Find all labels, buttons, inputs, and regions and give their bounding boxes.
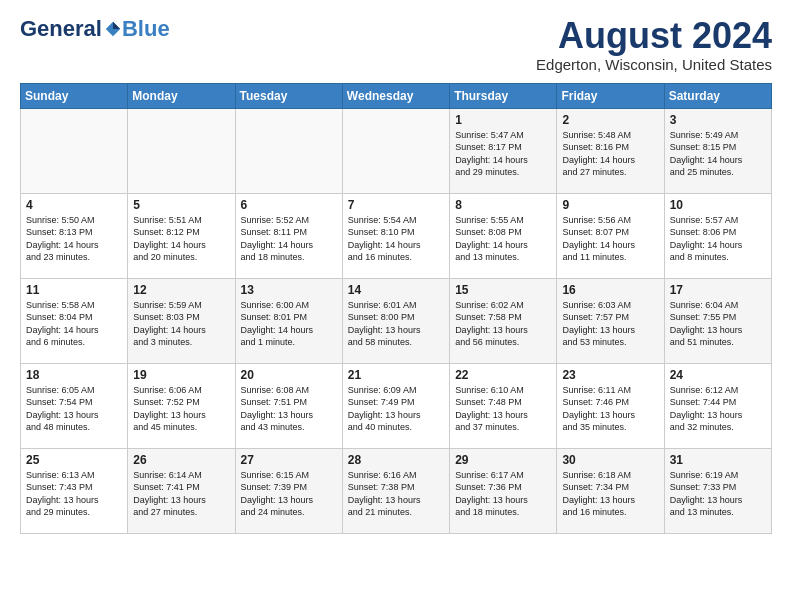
- day-info: Sunrise: 6:04 AM Sunset: 7:55 PM Dayligh…: [670, 299, 766, 349]
- calendar-cell: 19Sunrise: 6:06 AM Sunset: 7:52 PM Dayli…: [128, 363, 235, 448]
- calendar-cell: 26Sunrise: 6:14 AM Sunset: 7:41 PM Dayli…: [128, 448, 235, 533]
- calendar-cell: 18Sunrise: 6:05 AM Sunset: 7:54 PM Dayli…: [21, 363, 128, 448]
- day-info: Sunrise: 6:10 AM Sunset: 7:48 PM Dayligh…: [455, 384, 551, 434]
- day-info: Sunrise: 6:17 AM Sunset: 7:36 PM Dayligh…: [455, 469, 551, 519]
- calendar-cell: 3Sunrise: 5:49 AM Sunset: 8:15 PM Daylig…: [664, 108, 771, 193]
- day-info: Sunrise: 6:19 AM Sunset: 7:33 PM Dayligh…: [670, 469, 766, 519]
- calendar-week-row-4: 25Sunrise: 6:13 AM Sunset: 7:43 PM Dayli…: [21, 448, 772, 533]
- day-info: Sunrise: 6:11 AM Sunset: 7:46 PM Dayligh…: [562, 384, 658, 434]
- day-info: Sunrise: 5:52 AM Sunset: 8:11 PM Dayligh…: [241, 214, 337, 264]
- day-number: 6: [241, 198, 337, 212]
- calendar-cell: [21, 108, 128, 193]
- day-number: 12: [133, 283, 229, 297]
- calendar-cell: 7Sunrise: 5:54 AM Sunset: 8:10 PM Daylig…: [342, 193, 449, 278]
- day-number: 9: [562, 198, 658, 212]
- calendar-cell: 25Sunrise: 6:13 AM Sunset: 7:43 PM Dayli…: [21, 448, 128, 533]
- calendar-cell: 13Sunrise: 6:00 AM Sunset: 8:01 PM Dayli…: [235, 278, 342, 363]
- day-number: 30: [562, 453, 658, 467]
- day-info: Sunrise: 5:54 AM Sunset: 8:10 PM Dayligh…: [348, 214, 444, 264]
- calendar-cell: 27Sunrise: 6:15 AM Sunset: 7:39 PM Dayli…: [235, 448, 342, 533]
- calendar-cell: [235, 108, 342, 193]
- day-info: Sunrise: 5:56 AM Sunset: 8:07 PM Dayligh…: [562, 214, 658, 264]
- col-tuesday: Tuesday: [235, 83, 342, 108]
- calendar-cell: 6Sunrise: 5:52 AM Sunset: 8:11 PM Daylig…: [235, 193, 342, 278]
- day-number: 17: [670, 283, 766, 297]
- calendar-cell: 5Sunrise: 5:51 AM Sunset: 8:12 PM Daylig…: [128, 193, 235, 278]
- calendar-cell: 23Sunrise: 6:11 AM Sunset: 7:46 PM Dayli…: [557, 363, 664, 448]
- day-number: 1: [455, 113, 551, 127]
- calendar-cell: [342, 108, 449, 193]
- day-info: Sunrise: 5:57 AM Sunset: 8:06 PM Dayligh…: [670, 214, 766, 264]
- day-number: 3: [670, 113, 766, 127]
- day-info: Sunrise: 6:08 AM Sunset: 7:51 PM Dayligh…: [241, 384, 337, 434]
- day-info: Sunrise: 6:02 AM Sunset: 7:58 PM Dayligh…: [455, 299, 551, 349]
- day-number: 18: [26, 368, 122, 382]
- logo-icon: [104, 20, 122, 38]
- col-wednesday: Wednesday: [342, 83, 449, 108]
- calendar-cell: 31Sunrise: 6:19 AM Sunset: 7:33 PM Dayli…: [664, 448, 771, 533]
- day-info: Sunrise: 6:13 AM Sunset: 7:43 PM Dayligh…: [26, 469, 122, 519]
- day-number: 24: [670, 368, 766, 382]
- calendar-cell: 30Sunrise: 6:18 AM Sunset: 7:34 PM Dayli…: [557, 448, 664, 533]
- calendar-week-row-2: 11Sunrise: 5:58 AM Sunset: 8:04 PM Dayli…: [21, 278, 772, 363]
- logo-text: General Blue: [20, 16, 170, 42]
- day-number: 16: [562, 283, 658, 297]
- calendar-cell: 2Sunrise: 5:48 AM Sunset: 8:16 PM Daylig…: [557, 108, 664, 193]
- calendar-cell: 28Sunrise: 6:16 AM Sunset: 7:38 PM Dayli…: [342, 448, 449, 533]
- calendar-cell: 12Sunrise: 5:59 AM Sunset: 8:03 PM Dayli…: [128, 278, 235, 363]
- day-info: Sunrise: 5:50 AM Sunset: 8:13 PM Dayligh…: [26, 214, 122, 264]
- calendar-cell: 11Sunrise: 5:58 AM Sunset: 8:04 PM Dayli…: [21, 278, 128, 363]
- day-number: 25: [26, 453, 122, 467]
- col-sunday: Sunday: [21, 83, 128, 108]
- day-number: 5: [133, 198, 229, 212]
- logo: General Blue: [20, 16, 170, 42]
- day-number: 19: [133, 368, 229, 382]
- day-info: Sunrise: 6:00 AM Sunset: 8:01 PM Dayligh…: [241, 299, 337, 349]
- day-number: 2: [562, 113, 658, 127]
- calendar-cell: 4Sunrise: 5:50 AM Sunset: 8:13 PM Daylig…: [21, 193, 128, 278]
- day-info: Sunrise: 6:14 AM Sunset: 7:41 PM Dayligh…: [133, 469, 229, 519]
- col-thursday: Thursday: [450, 83, 557, 108]
- day-number: 28: [348, 453, 444, 467]
- day-info: Sunrise: 6:05 AM Sunset: 7:54 PM Dayligh…: [26, 384, 122, 434]
- day-number: 31: [670, 453, 766, 467]
- day-info: Sunrise: 6:03 AM Sunset: 7:57 PM Dayligh…: [562, 299, 658, 349]
- day-info: Sunrise: 5:48 AM Sunset: 8:16 PM Dayligh…: [562, 129, 658, 179]
- calendar-week-row-1: 4Sunrise: 5:50 AM Sunset: 8:13 PM Daylig…: [21, 193, 772, 278]
- calendar-week-row-3: 18Sunrise: 6:05 AM Sunset: 7:54 PM Dayli…: [21, 363, 772, 448]
- calendar-cell: 10Sunrise: 5:57 AM Sunset: 8:06 PM Dayli…: [664, 193, 771, 278]
- calendar-cell: 8Sunrise: 5:55 AM Sunset: 8:08 PM Daylig…: [450, 193, 557, 278]
- day-number: 29: [455, 453, 551, 467]
- title-block: August 2024 Edgerton, Wisconsin, United …: [536, 16, 772, 73]
- day-info: Sunrise: 5:51 AM Sunset: 8:12 PM Dayligh…: [133, 214, 229, 264]
- day-number: 14: [348, 283, 444, 297]
- day-number: 22: [455, 368, 551, 382]
- day-number: 21: [348, 368, 444, 382]
- calendar-cell: 14Sunrise: 6:01 AM Sunset: 8:00 PM Dayli…: [342, 278, 449, 363]
- calendar-table: Sunday Monday Tuesday Wednesday Thursday…: [20, 83, 772, 534]
- day-info: Sunrise: 6:12 AM Sunset: 7:44 PM Dayligh…: [670, 384, 766, 434]
- day-number: 20: [241, 368, 337, 382]
- logo-blue: Blue: [122, 16, 170, 42]
- col-friday: Friday: [557, 83, 664, 108]
- calendar-cell: 22Sunrise: 6:10 AM Sunset: 7:48 PM Dayli…: [450, 363, 557, 448]
- calendar-cell: 9Sunrise: 5:56 AM Sunset: 8:07 PM Daylig…: [557, 193, 664, 278]
- header: General Blue August 2024 Edgerton, Wisco…: [20, 16, 772, 73]
- day-info: Sunrise: 5:58 AM Sunset: 8:04 PM Dayligh…: [26, 299, 122, 349]
- day-info: Sunrise: 5:59 AM Sunset: 8:03 PM Dayligh…: [133, 299, 229, 349]
- day-number: 23: [562, 368, 658, 382]
- calendar-cell: [128, 108, 235, 193]
- day-info: Sunrise: 6:09 AM Sunset: 7:49 PM Dayligh…: [348, 384, 444, 434]
- calendar-cell: 1Sunrise: 5:47 AM Sunset: 8:17 PM Daylig…: [450, 108, 557, 193]
- page: General Blue August 2024 Edgerton, Wisco…: [0, 0, 792, 550]
- calendar-cell: 21Sunrise: 6:09 AM Sunset: 7:49 PM Dayli…: [342, 363, 449, 448]
- day-info: Sunrise: 6:01 AM Sunset: 8:00 PM Dayligh…: [348, 299, 444, 349]
- day-number: 15: [455, 283, 551, 297]
- day-number: 13: [241, 283, 337, 297]
- day-info: Sunrise: 6:16 AM Sunset: 7:38 PM Dayligh…: [348, 469, 444, 519]
- day-info: Sunrise: 6:06 AM Sunset: 7:52 PM Dayligh…: [133, 384, 229, 434]
- day-info: Sunrise: 5:47 AM Sunset: 8:17 PM Dayligh…: [455, 129, 551, 179]
- day-number: 10: [670, 198, 766, 212]
- calendar-header-row: Sunday Monday Tuesday Wednesday Thursday…: [21, 83, 772, 108]
- day-number: 4: [26, 198, 122, 212]
